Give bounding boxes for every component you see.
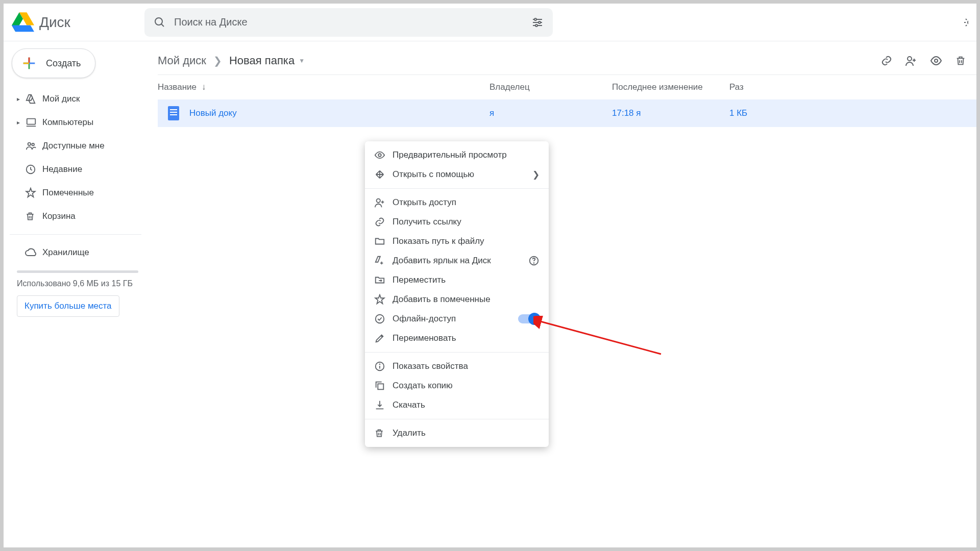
search-icon bbox=[154, 16, 166, 29]
storage-used-text: Использовано 9,6 МБ из 15 ГБ bbox=[17, 278, 138, 289]
toggle-switch[interactable] bbox=[518, 314, 540, 323]
sidebar: Создать ▸Мой диск▸КомпьютерыДоступные мн… bbox=[4, 41, 145, 547]
sidebar-item-shared[interactable]: Доступные мне bbox=[10, 134, 145, 158]
sidebar-item-clock[interactable]: Недавние bbox=[10, 158, 145, 181]
menu-item-open[interactable]: Открыть с помощью❯ bbox=[365, 165, 549, 184]
link-icon bbox=[374, 216, 393, 228]
svg-point-14 bbox=[908, 57, 912, 61]
svg-point-19 bbox=[377, 199, 380, 203]
info-icon bbox=[374, 361, 393, 372]
menu-item-trash[interactable]: Удалить bbox=[365, 423, 549, 443]
file-toolbar bbox=[880, 55, 966, 67]
create-button[interactable]: Создать bbox=[12, 48, 95, 78]
header-right bbox=[963, 16, 968, 29]
svg-point-12 bbox=[32, 143, 34, 146]
trash-icon[interactable] bbox=[955, 55, 966, 67]
column-name[interactable]: Название ↓ bbox=[158, 82, 489, 92]
rename-icon bbox=[374, 333, 393, 344]
sidebar-item-label: Корзина bbox=[42, 211, 76, 221]
help-icon[interactable] bbox=[528, 255, 540, 266]
svg-point-17 bbox=[935, 59, 938, 62]
sidebar-item-trash[interactable]: Корзина bbox=[10, 205, 145, 228]
breadcrumb-current-label: Новая папка bbox=[229, 54, 295, 67]
menu-item-label: Показать путь к файлу bbox=[393, 236, 484, 246]
caret-icon: ▸ bbox=[17, 119, 22, 126]
svg-point-11 bbox=[28, 143, 31, 146]
breadcrumb-current[interactable]: Новая папка ▼ bbox=[229, 54, 305, 67]
menu-divider bbox=[365, 352, 549, 353]
drive-logo-icon bbox=[12, 12, 34, 33]
chevron-right-icon: ❯ bbox=[213, 55, 222, 67]
trash-icon bbox=[25, 211, 42, 222]
buy-storage-button[interactable]: Купить больше места bbox=[17, 295, 119, 317]
docs-file-icon bbox=[168, 106, 179, 120]
svg-line-1 bbox=[161, 24, 164, 27]
svg-rect-28 bbox=[378, 384, 383, 389]
plus-icon bbox=[20, 55, 38, 72]
svg-rect-9 bbox=[27, 119, 36, 124]
sidebar-item-label: Помеченные bbox=[42, 188, 94, 198]
column-size[interactable]: Раз bbox=[729, 82, 966, 92]
file-modified: 17:18 я bbox=[612, 108, 729, 118]
menu-item-offline[interactable]: Офлайн-доступ bbox=[365, 309, 549, 329]
svg-point-27 bbox=[380, 364, 380, 364]
menu-item-info[interactable]: Показать свойства bbox=[365, 357, 549, 376]
menu-item-rename[interactable]: Переименовать bbox=[365, 329, 549, 348]
column-name-label: Название bbox=[158, 82, 197, 92]
app-name: Диск bbox=[39, 14, 70, 31]
header: Диск bbox=[4, 4, 976, 41]
menu-item-label: Офлайн-доступ bbox=[393, 314, 456, 324]
menu-item-folder[interactable]: Показать путь к файлу bbox=[365, 232, 549, 251]
search-input[interactable] bbox=[174, 16, 531, 28]
settings-icon-cut[interactable] bbox=[963, 16, 968, 29]
menu-item-label: Удалить bbox=[393, 428, 426, 438]
open-icon bbox=[374, 169, 393, 180]
download-icon bbox=[374, 399, 393, 411]
offline-icon bbox=[374, 313, 393, 324]
star-icon bbox=[374, 294, 393, 305]
menu-item-shortcut[interactable]: Добавить ярлык на Диск bbox=[365, 251, 549, 270]
storage-bar bbox=[17, 270, 138, 273]
sidebar-item-computer[interactable]: ▸Компьютеры bbox=[10, 111, 145, 134]
annotation-arrow bbox=[533, 316, 666, 357]
computer-icon bbox=[25, 117, 42, 128]
svg-point-3 bbox=[534, 18, 536, 20]
shared-icon bbox=[25, 140, 42, 152]
menu-divider bbox=[365, 188, 549, 189]
sidebar-item-star[interactable]: Помеченные bbox=[10, 181, 145, 205]
sidebar-item-label: Компьютеры bbox=[42, 117, 93, 128]
svg-line-29 bbox=[538, 321, 661, 354]
menu-item-copy[interactable]: Создать копию bbox=[365, 376, 549, 395]
sidebar-item-drive[interactable]: ▸Мой диск bbox=[10, 87, 145, 111]
preview-icon[interactable] bbox=[929, 55, 943, 67]
menu-item-share[interactable]: Открыть доступ bbox=[365, 193, 549, 212]
share-icon bbox=[374, 197, 393, 208]
filter-icon[interactable] bbox=[531, 16, 544, 29]
file-row[interactable]: Новый доку я 17:18 я 1 КБ bbox=[158, 99, 976, 127]
menu-item-label: Создать копию bbox=[393, 381, 453, 391]
trash-icon bbox=[374, 428, 393, 439]
svg-point-5 bbox=[538, 21, 541, 23]
menu-item-move[interactable]: Переместить bbox=[365, 270, 549, 290]
menu-item-eye[interactable]: Предварительный просмотр bbox=[365, 145, 549, 165]
search-bar[interactable] bbox=[144, 8, 553, 37]
sidebar-item-storage[interactable]: Хранилище bbox=[10, 241, 145, 264]
cloud-icon bbox=[25, 246, 42, 259]
menu-item-label: Предварительный просмотр bbox=[393, 150, 507, 160]
breadcrumb-root[interactable]: Мой диск bbox=[158, 54, 206, 67]
menu-item-link[interactable]: Получить ссылку bbox=[365, 212, 549, 232]
logo-area[interactable]: Диск bbox=[12, 12, 144, 33]
file-size: 1 КБ bbox=[729, 108, 966, 118]
menu-item-download[interactable]: Скачать bbox=[365, 395, 549, 415]
column-modified[interactable]: Последнее изменение bbox=[612, 82, 729, 92]
menu-item-label: Открыть с помощью bbox=[393, 169, 474, 180]
sort-arrow-icon: ↓ bbox=[202, 82, 206, 92]
column-owner[interactable]: Владелец bbox=[489, 82, 612, 92]
clock-icon bbox=[25, 164, 42, 175]
add-user-icon[interactable] bbox=[905, 55, 917, 67]
caret-icon: ▸ bbox=[17, 95, 22, 103]
menu-item-star[interactable]: Добавить в помеченные bbox=[365, 290, 549, 309]
storage-label: Хранилище bbox=[42, 247, 89, 258]
menu-item-label: Переместить bbox=[393, 275, 446, 285]
link-icon[interactable] bbox=[880, 55, 893, 67]
